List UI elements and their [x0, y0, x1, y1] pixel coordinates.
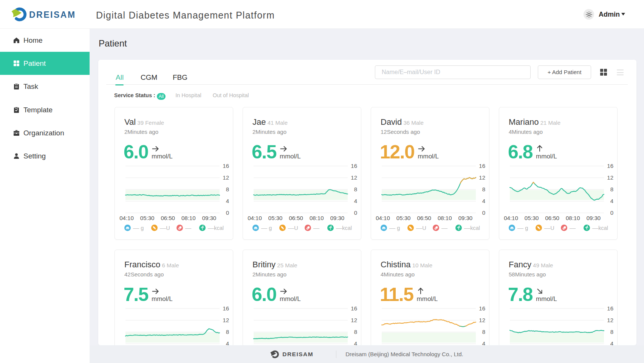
svg-text:09:30: 09:30	[202, 215, 217, 221]
svg-text:08:10: 08:10	[438, 215, 452, 221]
svg-text:4: 4	[610, 198, 613, 204]
svg-text:0: 0	[354, 209, 357, 216]
svg-text:12: 12	[223, 317, 229, 323]
svg-text:8: 8	[610, 186, 613, 192]
svg-text:8: 8	[610, 329, 613, 335]
svg-text:09:30: 09:30	[330, 215, 345, 221]
svg-text:16: 16	[223, 164, 229, 169]
svg-text:04:10: 04:10	[248, 215, 262, 221]
svg-text:12: 12	[607, 317, 613, 323]
svg-text:12: 12	[479, 317, 485, 323]
svg-text:8: 8	[482, 186, 485, 192]
svg-text:05:30: 05:30	[268, 215, 283, 221]
svg-text:16: 16	[607, 307, 613, 312]
svg-text:8: 8	[226, 329, 229, 335]
svg-text:8: 8	[354, 329, 357, 335]
svg-text:4: 4	[226, 340, 229, 345]
svg-text:09:30: 09:30	[587, 215, 601, 221]
svg-text:0: 0	[226, 209, 229, 216]
svg-text:06:50: 06:50	[417, 215, 431, 221]
svg-text:08:10: 08:10	[566, 215, 580, 221]
svg-text:06:50: 06:50	[289, 215, 303, 221]
svg-text:04:10: 04:10	[119, 215, 134, 221]
svg-text:06:50: 06:50	[161, 215, 175, 221]
svg-text:0: 0	[482, 209, 485, 216]
svg-text:04:10: 04:10	[376, 215, 390, 221]
svg-text:12: 12	[223, 174, 229, 181]
svg-text:04:10: 04:10	[504, 215, 518, 221]
svg-text:4: 4	[354, 340, 357, 345]
svg-text:16: 16	[607, 164, 613, 169]
svg-text:8: 8	[354, 186, 357, 192]
svg-text:16: 16	[479, 307, 485, 312]
svg-text:0: 0	[610, 209, 613, 216]
svg-text:4: 4	[354, 198, 357, 204]
svg-text:06:50: 06:50	[545, 215, 559, 221]
svg-text:16: 16	[223, 307, 229, 312]
svg-text:12: 12	[479, 174, 485, 181]
svg-text:05:30: 05:30	[525, 215, 539, 221]
svg-text:12: 12	[351, 174, 357, 181]
svg-text:16: 16	[351, 164, 357, 169]
svg-text:05:30: 05:30	[140, 215, 155, 221]
svg-text:4: 4	[226, 198, 229, 204]
svg-text:08:10: 08:10	[181, 215, 196, 221]
svg-text:12: 12	[607, 174, 613, 181]
svg-text:8: 8	[482, 329, 485, 335]
svg-text:4: 4	[610, 340, 613, 345]
svg-text:16: 16	[479, 164, 485, 169]
svg-text:16: 16	[351, 307, 357, 312]
svg-text:08:10: 08:10	[310, 215, 324, 221]
svg-text:8: 8	[226, 186, 229, 192]
svg-text:09:30: 09:30	[458, 215, 473, 221]
svg-text:4: 4	[482, 340, 485, 345]
svg-text:05:30: 05:30	[396, 215, 411, 221]
svg-text:4: 4	[482, 198, 485, 204]
svg-text:12: 12	[351, 317, 357, 323]
